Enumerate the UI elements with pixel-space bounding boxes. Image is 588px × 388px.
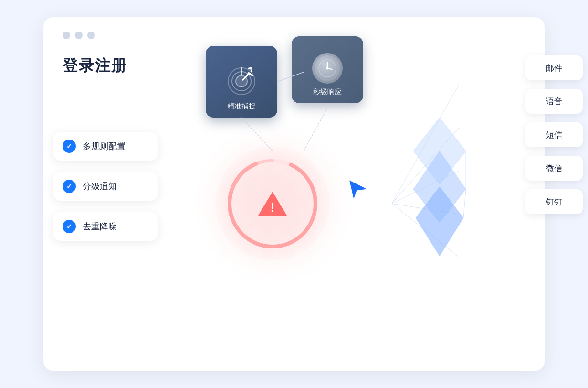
right-item-mail-label: 邮件 [546, 63, 562, 74]
svg-line-29 [463, 189, 466, 218]
feature-check-1 [63, 140, 76, 153]
card-clock-label: 秒级响应 [313, 87, 342, 97]
feature-label-1: 多规则配置 [83, 140, 126, 152]
feature-label-3: 去重降噪 [83, 221, 117, 232]
page-title: 登录注册 [63, 55, 127, 76]
warning-icon: ! [257, 190, 288, 217]
dot-1 [63, 32, 70, 39]
central-alert-area: ! [177, 113, 368, 294]
funnel-shape [409, 113, 471, 272]
dot-2 [75, 32, 83, 39]
right-item-wechat-label: 微信 [546, 163, 562, 174]
window-dots [63, 32, 95, 39]
right-item-sms[interactable]: 短信 [525, 122, 583, 147]
card-target-label: 精准捕捉 [227, 102, 256, 111]
right-item-wechat[interactable]: 微信 [525, 156, 583, 181]
main-card: 登录注册 精准捕捉 [43, 17, 545, 371]
right-item-voice[interactable]: 语音 [525, 89, 583, 114]
feature-list: 多规则配置 分级通知 去重降噪 [53, 132, 158, 241]
right-item-mail[interactable]: 邮件 [525, 55, 583, 80]
feature-label-2: 分级通知 [83, 181, 117, 192]
right-panel: 邮件 语音 短信 微信 钉钉 [525, 55, 583, 214]
feature-check-3 [63, 220, 76, 233]
clock-icon [312, 53, 343, 84]
right-item-dingtalk[interactable]: 钉钉 [525, 189, 583, 214]
right-item-dingtalk-label: 钉钉 [546, 196, 562, 207]
feature-card-2: 分级通知 [53, 172, 158, 201]
right-item-voice-label: 语音 [546, 96, 562, 107]
cursor-arrow [346, 177, 370, 203]
right-item-sms-label: 短信 [546, 129, 562, 140]
target-icon [225, 65, 258, 98]
card-target: 精准捕捉 [206, 46, 277, 118]
svg-marker-24 [349, 180, 368, 200]
svg-point-10 [326, 67, 329, 70]
feature-card-1: 多规则配置 [53, 132, 158, 161]
dot-3 [87, 32, 95, 39]
feature-card-3: 去重降噪 [53, 212, 158, 241]
svg-text:!: ! [270, 200, 274, 215]
feature-check-2 [63, 180, 76, 193]
card-clock: 秒级响应 [292, 36, 363, 103]
